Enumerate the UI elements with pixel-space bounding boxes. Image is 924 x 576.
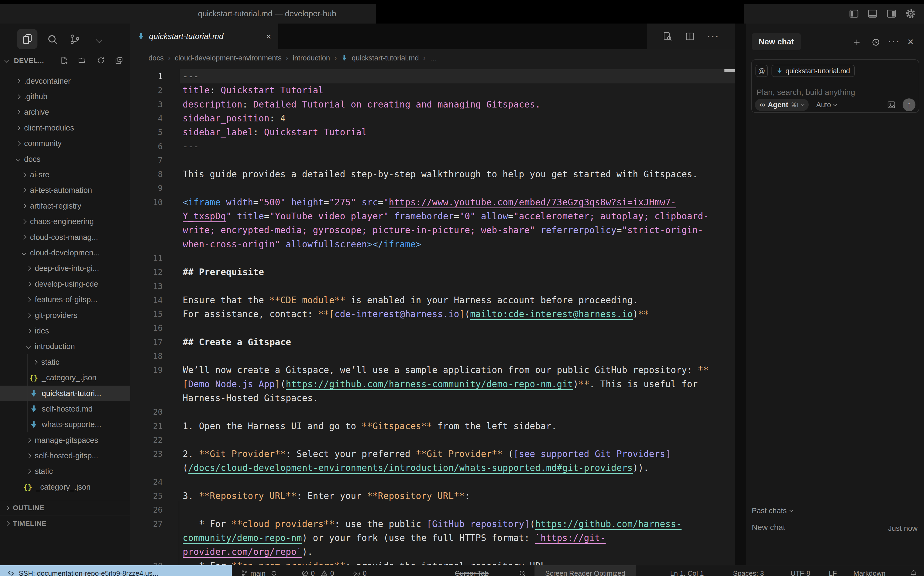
breadcrumb-item[interactable]: docs (149, 54, 164, 62)
code-line[interactable]: community/demo-repo-nm) or your fork (us… (183, 531, 606, 545)
tree-item[interactable]: self-hosted-gitsp... (0, 448, 130, 463)
code-line[interactable]: [Demo Node.js App](https://github.com/ha… (183, 377, 698, 391)
toggle-primary-sidebar-icon[interactable] (849, 8, 859, 19)
tree-item[interactable]: artifact-registry (0, 198, 130, 214)
model-selector[interactable]: Auto (816, 101, 836, 109)
encoding-indicator[interactable]: UTF-8 (791, 565, 810, 576)
screen-reader-indicator[interactable]: Screen Reader Optimized (535, 565, 636, 576)
tree-item[interactable]: chaos-engineering (0, 214, 130, 229)
code-line[interactable]: Harness-Hosted Gitspaces. (183, 391, 318, 405)
toggle-secondary-sidebar-icon[interactable] (886, 8, 897, 19)
code-line[interactable]: We’ll now create a Gitspace, we’ll use a… (183, 363, 709, 377)
chat-close-icon[interactable]: × (907, 36, 914, 48)
code-line[interactable]: --- (183, 139, 199, 154)
activity-more-chevron-icon[interactable] (97, 37, 101, 43)
tree-item[interactable]: quickstart-tutori... (0, 386, 130, 401)
attach-image-icon[interactable] (887, 100, 896, 110)
chat-history-icon[interactable] (871, 38, 881, 47)
code-line[interactable]: 1. Open the Harness UI and go to **Gitsp… (183, 419, 557, 433)
code-line[interactable]: when-cross-origin" allowfullscreen></ifr… (183, 237, 421, 251)
past-chats-toggle[interactable]: Past chats (752, 506, 793, 515)
code-line[interactable]: Y_txspDq" title="YouTube video player" f… (183, 209, 709, 223)
agent-mode-selector[interactable]: ∞ Agent ⌘I (755, 99, 809, 111)
past-chat-item[interactable]: New chat (752, 523, 785, 532)
indentation-indicator[interactable]: Spaces: 3 (733, 565, 764, 576)
source-control-icon[interactable] (69, 34, 81, 45)
code-line[interactable]: 2. **Git Provider**: Select your preferr… (183, 447, 671, 461)
tree-item[interactable]: {}_category_.json (0, 479, 130, 495)
code-line[interactable]: write; encrypted-media; gyroscope; pictu… (183, 223, 703, 237)
tree-item[interactable]: .github (0, 89, 130, 104)
tree-item[interactable]: self-hosted.md (0, 401, 130, 417)
timeline-section[interactable]: TIMELINE (0, 515, 130, 531)
code-line[interactable]: --- (183, 69, 199, 83)
chat-more-icon[interactable]: ··· (888, 36, 900, 47)
language-indicator[interactable]: Markdown (854, 565, 886, 576)
eol-indicator[interactable]: LF (829, 565, 837, 576)
new-chat-plus-icon[interactable] (852, 38, 862, 47)
tab-quickstart-tutorial[interactable]: quickstart-tutorial.md × (130, 24, 278, 49)
cursor-position-indicator[interactable]: Ln 1, Col 1 (670, 565, 704, 576)
new-file-icon[interactable] (60, 56, 69, 65)
editor-more-actions-icon[interactable]: ··· (707, 31, 720, 42)
tree-item[interactable]: .devcontainer (0, 73, 130, 89)
new-folder-icon[interactable] (78, 56, 86, 65)
split-editor-icon[interactable] (685, 31, 695, 42)
tree-item[interactable]: static (0, 354, 130, 370)
code-line[interactable]: 3. **Repository URL**: Enter your **Repo… (183, 489, 470, 503)
tree-item[interactable]: features-of-gitsp... (0, 292, 130, 307)
tree-item[interactable]: cloud-developmen... (0, 245, 130, 261)
tree-item[interactable]: ai-sre (0, 167, 130, 182)
tree-item[interactable]: git-providers (0, 307, 130, 323)
branch-indicator[interactable]: main (241, 565, 278, 576)
code-line[interactable]: Ensure that the **CDE module** is enable… (183, 293, 638, 307)
code-line[interactable]: ## Prerequisite (183, 265, 264, 279)
tree-item[interactable]: static (0, 464, 130, 479)
chat-input-box[interactable]: @ quickstart-tutorial.md Plan, search, b… (751, 59, 919, 113)
breadcrumb-file[interactable]: quickstart-tutorial.md (352, 54, 419, 62)
tree-item[interactable]: develop-using-cde (0, 276, 130, 292)
tree-item[interactable]: {}_category_.json (0, 370, 130, 386)
tree-item[interactable]: archive (0, 104, 130, 120)
send-button[interactable]: ↑ (903, 98, 916, 111)
tree-item[interactable]: ides (0, 323, 130, 339)
explorer-section-header[interactable]: DEVEL... (0, 53, 130, 69)
tree-item[interactable]: cloud-cost-manag... (0, 229, 130, 245)
tree-item[interactable]: community (0, 136, 130, 151)
tree-item[interactable]: docs (0, 151, 130, 167)
code-line[interactable]: provider.com/org/repo`). (183, 545, 313, 559)
chat-tab-new-chat[interactable]: New chat (752, 33, 801, 50)
code-line[interactable]: sidebar_label: Quickstart Tutorial (183, 125, 367, 139)
code-line[interactable]: * For **on-prem providers**: provide the… (183, 559, 551, 565)
tree-item[interactable]: client-modules (0, 120, 130, 136)
outline-section[interactable]: OUTLINE (0, 500, 130, 515)
code-line[interactable]: title: Quickstart Tutorial (183, 83, 324, 98)
notifications-bell-icon[interactable] (910, 565, 918, 576)
tree-item[interactable]: deep-dive-into-gi... (0, 261, 130, 276)
refresh-icon[interactable] (96, 56, 105, 65)
code-editor[interactable]: 1234567891011121314151617181920212223242… (130, 67, 735, 565)
code-line[interactable]: sidebar_position: 4 (183, 111, 286, 125)
tree-item[interactable]: manage-gitspaces (0, 432, 130, 448)
panel-divider[interactable] (735, 24, 746, 565)
tree-item[interactable]: ai-test-automation (0, 182, 130, 198)
scrollbar-handle[interactable] (724, 69, 735, 72)
problems-indicator[interactable]: 0 0 (301, 565, 334, 576)
toggle-panel-icon[interactable] (867, 8, 878, 19)
code-line[interactable]: ## Create a Gitspace (183, 335, 291, 349)
cursor-tab-indicator[interactable]: Cursor Tab (455, 565, 489, 576)
code-line[interactable]: For assistance, contact: **[cde-interest… (183, 307, 649, 321)
breadcrumb-more[interactable]: … (430, 54, 437, 62)
code-line[interactable]: description: Detailed Tutorial on creati… (183, 98, 541, 112)
tab-close-icon[interactable]: × (266, 31, 271, 42)
remote-indicator[interactable]: SSH: documentation-repo-e5ifp9-8rzze4.us… (0, 565, 232, 576)
code-line[interactable]: This guide provides a detailed step-by-s… (183, 167, 698, 181)
open-preview-icon[interactable] (662, 31, 673, 42)
ports-indicator[interactable]: 0 (352, 565, 367, 576)
context-chip[interactable]: quickstart-tutorial.md (772, 65, 855, 77)
activity-explorer-active[interactable] (17, 29, 37, 49)
zoom-indicator[interactable] (519, 565, 527, 576)
tree-item[interactable]: whats-supporte... (0, 417, 130, 432)
breadcrumb-item[interactable]: introduction (293, 54, 330, 62)
settings-gear-icon[interactable] (905, 8, 916, 19)
